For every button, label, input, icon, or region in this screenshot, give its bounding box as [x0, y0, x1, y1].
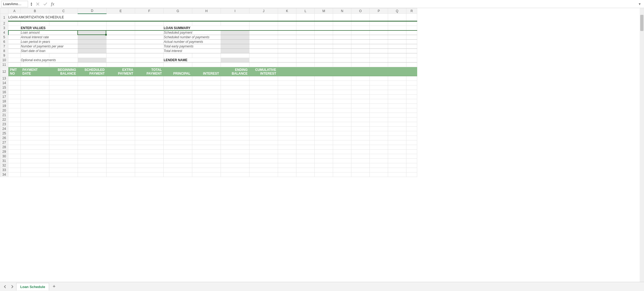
cell-Q25[interactable]	[388, 131, 406, 136]
cell-L13[interactable]	[296, 76, 315, 81]
cell-O32[interactable]	[351, 163, 370, 168]
cell-P10[interactable]	[370, 58, 388, 63]
cell-G22[interactable]	[164, 117, 192, 122]
cell-P14[interactable]	[370, 81, 388, 85]
sheet-tab-active[interactable]: Loan Schedule	[16, 283, 49, 290]
cell-N20[interactable]	[333, 108, 351, 113]
cell-F10[interactable]	[135, 58, 164, 63]
cell-O28[interactable]	[351, 145, 370, 150]
row-header-29[interactable]: 29	[0, 150, 8, 154]
cell-Q2[interactable]	[388, 21, 406, 26]
cell-C29[interactable]	[49, 150, 78, 154]
cell-Q7[interactable]	[388, 44, 406, 49]
cell-L27[interactable]	[296, 140, 315, 145]
cell-D6[interactable]	[78, 40, 107, 44]
cell-N13[interactable]	[333, 76, 351, 81]
cell-L3[interactable]	[296, 26, 315, 30]
cell-R9[interactable]	[406, 53, 417, 58]
cell-J16[interactable]	[249, 90, 278, 95]
row-header-31[interactable]: 31	[0, 159, 8, 163]
cell-C22[interactable]	[49, 117, 78, 122]
cell-M29[interactable]	[315, 150, 333, 154]
cell-C14[interactable]	[49, 81, 78, 85]
cell-H32[interactable]	[192, 163, 221, 168]
cell-Q19[interactable]	[388, 104, 406, 108]
cell-Q18[interactable]	[388, 99, 406, 104]
col-header-N[interactable]: N	[333, 8, 351, 14]
cell-L33[interactable]	[296, 168, 315, 172]
cell-I15[interactable]	[221, 85, 249, 90]
cell-F25[interactable]	[135, 131, 164, 136]
row-header-34[interactable]: 34	[0, 172, 8, 177]
cell-J32[interactable]	[249, 163, 278, 168]
cell-E4[interactable]	[107, 30, 135, 35]
cell-F2[interactable]	[135, 21, 164, 26]
cell-H18[interactable]	[192, 99, 221, 104]
cell-I18[interactable]	[221, 99, 249, 104]
col-header-C[interactable]: C	[49, 8, 78, 14]
cell-G21[interactable]	[164, 113, 192, 117]
cell-J30[interactable]	[249, 154, 278, 159]
cell-M17[interactable]	[315, 95, 333, 99]
cell-B6[interactable]: Loan period in years	[21, 40, 78, 44]
cell-O8[interactable]	[351, 49, 370, 53]
cell-K33[interactable]	[278, 168, 296, 172]
cell-F18[interactable]	[135, 99, 164, 104]
cell-B21[interactable]	[21, 113, 49, 117]
cell-B20[interactable]	[21, 108, 49, 113]
row-header-28[interactable]: 28	[0, 145, 8, 150]
cell-M32[interactable]	[315, 163, 333, 168]
cell-M4[interactable]	[315, 30, 333, 35]
cell-R15[interactable]	[406, 85, 417, 90]
cell-R3[interactable]	[406, 26, 417, 30]
cell-F27[interactable]	[135, 140, 164, 145]
cell-Q6[interactable]	[388, 40, 406, 44]
cell-K19[interactable]	[278, 104, 296, 108]
cell-Q32[interactable]	[388, 163, 406, 168]
cell-H29[interactable]	[192, 150, 221, 154]
cell-L25[interactable]	[296, 131, 315, 136]
cell-H19[interactable]	[192, 104, 221, 108]
cell-M9[interactable]	[315, 53, 333, 58]
vertical-scrollbar[interactable]	[640, 8, 644, 282]
cell-B3[interactable]: ENTER VALUES	[21, 26, 107, 30]
col-header-Q[interactable]: Q	[388, 8, 406, 14]
cell-O26[interactable]	[351, 136, 370, 140]
cell-J19[interactable]	[249, 104, 278, 108]
cell-H21[interactable]	[192, 113, 221, 117]
cell-H11[interactable]	[192, 63, 221, 67]
grid-area[interactable]: ABCDEFGHIJKLMNOPQR1LOAN AMORTIZATION SCH…	[0, 8, 644, 282]
cell-R28[interactable]	[406, 145, 417, 150]
cell-O30[interactable]	[351, 154, 370, 159]
cell-K22[interactable]	[278, 117, 296, 122]
cell-E27[interactable]	[107, 140, 135, 145]
cell-B31[interactable]	[21, 159, 49, 163]
cell-C31[interactable]	[49, 159, 78, 163]
cell-A8[interactable]	[8, 49, 21, 53]
cell-R33[interactable]	[406, 168, 417, 172]
col-header-F[interactable]: F	[135, 8, 164, 14]
cell-J2[interactable]	[249, 21, 278, 26]
cell-C25[interactable]	[49, 131, 78, 136]
cell-C23[interactable]	[49, 122, 78, 127]
cell-J14[interactable]	[249, 81, 278, 85]
cell-E16[interactable]	[107, 90, 135, 95]
row-header-18[interactable]: 18	[0, 99, 8, 104]
cell-N32[interactable]	[333, 163, 351, 168]
cell-R21[interactable]	[406, 113, 417, 117]
cell-K15[interactable]	[278, 85, 296, 90]
cell-P5[interactable]	[370, 35, 388, 40]
cell-H26[interactable]	[192, 136, 221, 140]
cell-A24[interactable]	[8, 127, 21, 131]
cell-E22[interactable]	[107, 117, 135, 122]
cell-L11[interactable]	[296, 63, 315, 67]
cell-K30[interactable]	[278, 154, 296, 159]
row-header-16[interactable]: 16	[0, 90, 8, 95]
cell-L21[interactable]	[296, 113, 315, 117]
cell-F24[interactable]	[135, 127, 164, 131]
row-header-10[interactable]: 10	[0, 58, 8, 63]
row-header-5[interactable]: 5	[0, 35, 8, 40]
cell-C16[interactable]	[49, 90, 78, 95]
cell-A18[interactable]	[8, 99, 21, 104]
row-header-1[interactable]: 1	[0, 14, 8, 21]
